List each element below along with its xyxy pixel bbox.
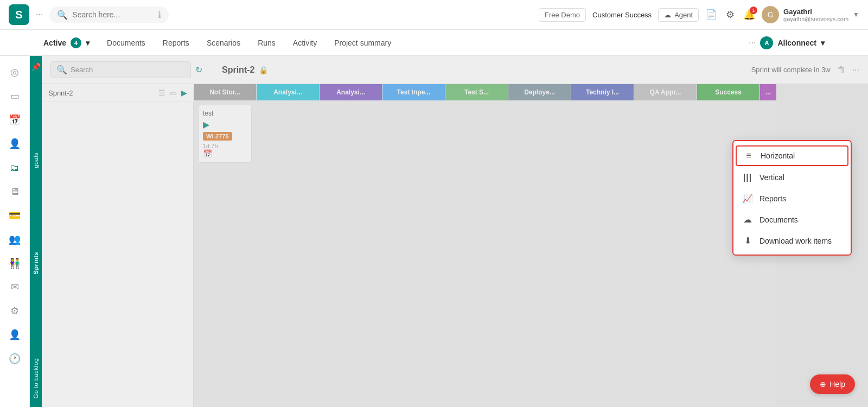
- pin-icon: 📌: [29, 60, 43, 73]
- sub-header: Active 4 ▾ Documents Reports Scenarios R…: [0, 30, 868, 56]
- help-label: Help: [829, 380, 845, 389]
- app-logo[interactable]: S: [9, 4, 29, 25]
- vertical-label: Vertical: [760, 173, 784, 182]
- menu-item-reports[interactable]: 📈 Reports: [733, 188, 851, 209]
- search-bar[interactable]: 🔍 ℹ: [49, 7, 169, 23]
- document-icon[interactable]: 📄: [705, 9, 717, 21]
- content-area: 🔍 ↻ Sprint-2 🔒 Sprint will complete in 3…: [42, 56, 868, 407]
- menu-item-horizontal[interactable]: ≡ Horizontal: [736, 145, 848, 166]
- caret-down-icon: ▼: [853, 11, 859, 18]
- reports-icon: 📈: [742, 193, 753, 204]
- sidebar-item-tv[interactable]: ▭: [5, 86, 24, 106]
- settings-icon[interactable]: ⚙: [726, 9, 735, 21]
- user-menu[interactable]: G Gayathri gayathri@snovosys.com ▼: [762, 6, 859, 23]
- sub-more-icon[interactable]: ···: [749, 38, 756, 48]
- download-icon: ⬇: [742, 236, 753, 246]
- header-icons: 📄 ⚙ 🔔 1: [705, 9, 755, 21]
- dropdown-arrow-icon: ▾: [86, 39, 90, 47]
- search-icon: 🔍: [57, 10, 68, 20]
- horizontal-icon: ≡: [743, 151, 754, 161]
- left-sidebar: ◎ ▭ 📅 👤 🗂 🖥 💳 👥 👫 ✉ ⚙ 👤 🕐: [0, 56, 30, 407]
- documents-label: Documents: [760, 215, 798, 224]
- nav-item-activity[interactable]: Activity: [293, 36, 317, 49]
- menu-item-documents[interactable]: ☁ Documents: [733, 209, 851, 230]
- tab-backlog[interactable]: Go to backlog: [31, 354, 41, 403]
- agent-button[interactable]: ☁ Agent: [658, 8, 699, 22]
- user-info: Gayathri gayathri@snovosys.com: [783, 8, 848, 22]
- sidebar-item-briefcase[interactable]: 🗂: [5, 158, 24, 177]
- workspace-selector[interactable]: A Allconnect ▾: [760, 36, 825, 49]
- nav-item-reports[interactable]: Reports: [163, 36, 189, 49]
- user-email: gayathri@snovosys.com: [783, 16, 848, 22]
- vertical-icon: |||: [742, 173, 753, 182]
- top-header: S ··· 🔍 ℹ Free Demo Customer Success ☁ A…: [0, 0, 868, 30]
- cloud-icon: ☁: [664, 11, 671, 19]
- notifications-icon[interactable]: 🔔 1: [743, 9, 755, 21]
- sidebar-item-mail[interactable]: ✉: [5, 277, 24, 297]
- sidebar-item-monitor[interactable]: 🖥: [5, 182, 24, 201]
- search-input[interactable]: [72, 10, 154, 19]
- nav-item-scenarios[interactable]: Scenarios: [207, 36, 240, 49]
- help-icon: ⊕: [820, 380, 826, 389]
- sidebar-item-settings[interactable]: ⚙: [5, 301, 24, 321]
- tab-sprints[interactable]: Sprints: [31, 247, 41, 278]
- sidebar-item-home[interactable]: ◎: [5, 62, 24, 82]
- expand-dots[interactable]: ···: [36, 10, 43, 20]
- avatar: G: [762, 6, 779, 23]
- workspace-name: Allconnect: [777, 39, 816, 47]
- sidebar-item-user[interactable]: 👤: [5, 134, 24, 154]
- download-label: Download work items: [760, 237, 832, 245]
- sub-right: ··· A Allconnect ▾: [749, 36, 825, 49]
- notification-badge: 1: [750, 7, 757, 14]
- username: Gayathri: [783, 8, 848, 16]
- tab-goals[interactable]: goals: [31, 148, 41, 173]
- context-menu: ≡ Horizontal ||| Vertical 📈 Reports ☁ Do…: [732, 140, 852, 256]
- documents-icon: ☁: [742, 214, 753, 225]
- nav-item-project-summary[interactable]: Project summary: [334, 36, 391, 49]
- customer-success-label: Customer Success: [592, 11, 652, 19]
- sidebar-item-profile[interactable]: 👤: [5, 325, 24, 345]
- sidebar-item-calendar[interactable]: 📅: [5, 110, 24, 130]
- reports-label: Reports: [760, 194, 786, 203]
- active-label: Active: [43, 39, 66, 47]
- menu-item-vertical[interactable]: ||| Vertical: [733, 167, 851, 188]
- secondary-sidebar: 📌 goals Sprints Go to backlog: [30, 56, 42, 407]
- sidebar-item-team[interactable]: 👫: [5, 253, 24, 273]
- free-demo-badge: Free Demo: [539, 8, 586, 22]
- sidebar-item-card[interactable]: 💳: [5, 206, 24, 225]
- workspace-caret-icon: ▾: [821, 39, 825, 47]
- menu-item-download[interactable]: ⬇ Download work items: [733, 230, 851, 251]
- sidebar-item-clock[interactable]: 🕐: [5, 349, 24, 368]
- info-icon: ℹ: [158, 10, 161, 20]
- main-layout: ◎ ▭ 📅 👤 🗂 🖥 💳 👥 👫 ✉ ⚙ 👤 🕐 📌 goals Sprint…: [0, 56, 868, 407]
- nav-item-documents[interactable]: Documents: [107, 36, 145, 49]
- nav-item-runs[interactable]: Runs: [258, 36, 276, 49]
- active-count-badge: 4: [71, 37, 81, 48]
- help-button[interactable]: ⊕ Help: [810, 374, 855, 394]
- sidebar-item-group[interactable]: 👥: [5, 230, 24, 249]
- workspace-avatar: A: [760, 36, 773, 49]
- active-dropdown[interactable]: Active 4 ▾: [43, 37, 90, 48]
- horizontal-label: Horizontal: [761, 151, 795, 160]
